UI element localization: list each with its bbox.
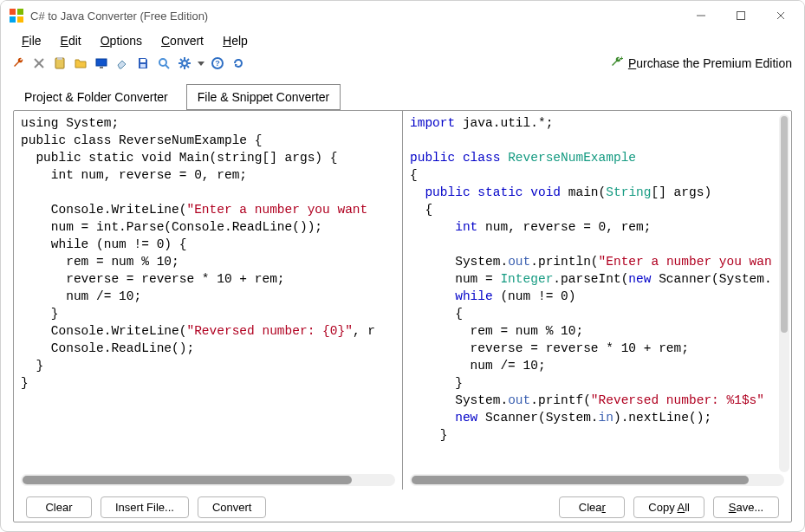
window-title: C# to Java Converter (Free Edition) (30, 10, 208, 23)
svg-rect-13 (100, 67, 103, 68)
purchase-premium-link[interactable]: + Purchase the Premium Edition (609, 55, 792, 72)
maximize-button[interactable] (721, 3, 761, 29)
svg-text:+: + (620, 55, 623, 62)
clear-source-button[interactable]: Clear (26, 496, 92, 518)
tab-project-folder-converter[interactable]: Project & Folder Converter (13, 84, 179, 110)
menu-options[interactable]: Options (92, 32, 151, 49)
wrench-icon[interactable] (10, 55, 27, 72)
toolbar: ? (10, 55, 247, 72)
svg-text:?: ? (215, 59, 220, 68)
save-disk-icon[interactable] (134, 55, 152, 72)
tab-file-snippet-converter[interactable]: File & Snippet Converter (186, 84, 341, 110)
svg-rect-11 (57, 57, 62, 60)
svg-rect-5 (737, 12, 745, 20)
gear-dropdown-icon[interactable] (197, 55, 205, 72)
source-editor-panel: using System; public class ReverseNumExa… (14, 111, 403, 490)
target-horizontal-scrollbar[interactable] (410, 474, 784, 486)
paste-icon[interactable] (51, 55, 68, 72)
svg-point-16 (159, 59, 166, 66)
svg-line-23 (180, 59, 182, 61)
tabs: Project & Folder Converter File & Snippe… (1, 77, 804, 110)
monitor-icon[interactable] (93, 55, 110, 72)
menu-edit[interactable]: Edit (52, 32, 90, 49)
svg-rect-3 (17, 16, 23, 23)
cut-icon[interactable] (30, 55, 48, 72)
open-folder-icon[interactable] (72, 55, 89, 72)
source-horizontal-scrollbar[interactable] (21, 474, 395, 486)
menu-convert[interactable]: Convert (153, 32, 212, 49)
close-button[interactable] (761, 3, 801, 29)
toolbar-row: ? + Purchase the Premium Edition (1, 55, 804, 77)
source-code-editor[interactable]: using System; public class ReverseNumExa… (14, 111, 402, 474)
svg-rect-0 (10, 9, 16, 15)
magnifier-icon[interactable] (155, 55, 172, 72)
menu-help[interactable]: Help (214, 32, 256, 49)
minimize-button[interactable] (681, 3, 721, 29)
menubar: File Edit Options Convert Help (1, 30, 804, 55)
menu-file[interactable]: File (13, 32, 50, 49)
svg-line-24 (187, 66, 189, 68)
svg-point-18 (182, 61, 187, 66)
button-row: Clear Insert File... Convert Clear Copy … (14, 490, 791, 522)
refresh-icon[interactable] (230, 55, 247, 72)
gear-icon[interactable] (176, 55, 193, 72)
svg-rect-14 (140, 59, 146, 62)
wrench-plus-icon: + (609, 55, 623, 72)
app-icon (10, 9, 23, 23)
eraser-icon[interactable] (114, 55, 131, 72)
save-button[interactable]: Save... (713, 496, 779, 518)
svg-line-26 (180, 66, 182, 68)
editor-container: using System; public class ReverseNumExa… (13, 110, 792, 522)
insert-file-button[interactable]: Insert File... (101, 496, 189, 518)
svg-rect-1 (17, 9, 23, 15)
copy-all-button[interactable]: Copy All (633, 496, 704, 518)
target-editor-panel: import java.util.*; public class Reverse… (403, 111, 791, 490)
convert-button[interactable]: Convert (198, 496, 267, 518)
svg-line-25 (187, 59, 189, 61)
target-vertical-scrollbar[interactable] (779, 114, 789, 472)
svg-rect-12 (96, 59, 107, 66)
help-icon[interactable]: ? (209, 55, 226, 72)
svg-line-17 (166, 65, 169, 68)
target-code-editor[interactable]: import java.util.*; public class Reverse… (403, 111, 791, 474)
clear-target-button[interactable]: Clear (559, 496, 625, 518)
titlebar: C# to Java Converter (Free Edition) (1, 1, 804, 30)
svg-rect-15 (140, 64, 146, 68)
svg-rect-2 (10, 16, 16, 23)
